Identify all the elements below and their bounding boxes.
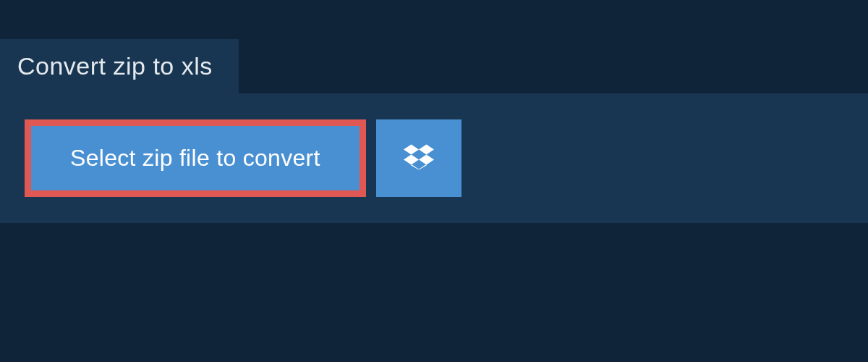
tab-convert[interactable]: Convert zip to xls: [0, 39, 239, 93]
dropbox-button[interactable]: [376, 119, 461, 197]
tab-title: Convert zip to xls: [17, 52, 213, 80]
select-file-button[interactable]: Select zip file to convert: [25, 119, 366, 197]
tab-bar: Convert zip to xls: [0, 0, 868, 93]
upload-panel: Select zip file to convert: [0, 93, 868, 223]
dropbox-icon: [404, 142, 434, 175]
select-file-label: Select zip file to convert: [70, 145, 320, 172]
